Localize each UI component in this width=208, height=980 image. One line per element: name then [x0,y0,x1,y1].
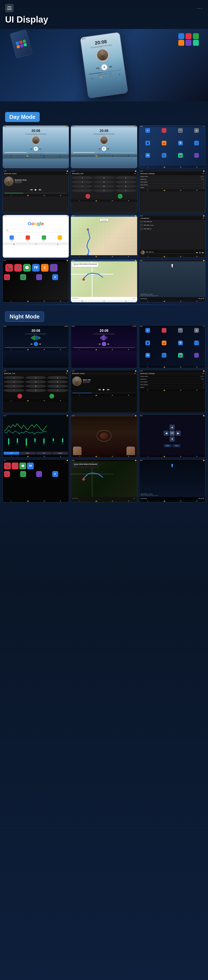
next-button-1[interactable]: ⏭ [39,148,41,150]
music-item-1[interactable]: 华乐_你好.mp3 [139,220,205,223]
dial-7[interactable]: 7 [72,185,93,188]
bookmark-2[interactable]: Maps [20,235,35,241]
dial-star[interactable]: * [72,189,93,192]
arrow-up[interactable]: ▲ [170,425,175,430]
ctrl-back[interactable]: BACK [173,444,180,447]
nav-map-area[interactable]: Sunny Coffee Modern Restaurant GO [71,261,137,297]
night-app-5[interactable]: 📱 [145,340,150,345]
night-end-call[interactable]: 📵 [17,394,22,398]
night-road-map[interactable]: ⬆ 18:18 ETA · 9.0 mi Start on Imogene To… [139,461,205,497]
media-prev[interactable]: ⏮ [199,298,200,299]
app-icon-4[interactable]: ⚙ [194,128,199,133]
settings-row-4[interactable]: Power● [139,186,205,189]
carplay-podcast[interactable]: 🎙 [41,264,49,272]
night-dial-3[interactable]: 3 [47,376,68,379]
night-nav-map[interactable]: Sunny Coffee Modern Restaurant GO [71,461,137,497]
arrow-left[interactable]: ◀ [164,431,169,436]
map-background[interactable]: 🔍 Search [71,217,137,255]
extra-controls[interactable]: MENU BACK [164,444,180,447]
music-controls-2[interactable]: ⏮ ⏸ ⏭ [71,146,137,152]
night-bt-controls[interactable]: ⏮ ▶ ⏭ [71,387,137,392]
settings-row-2[interactable]: Auto answer● [139,181,205,183]
bt-prev[interactable]: ⏮ [30,188,33,191]
eq-control-btns[interactable]: POP ROCK JAZZ CLASSIC [3,451,69,455]
carplay-phone[interactable]: 📞 [5,264,13,272]
bt-play[interactable]: ▶ [35,188,37,191]
dock-facetime[interactable]: 📹 [20,274,26,280]
night-bt-play[interactable]: ▶ [103,388,105,391]
night-dial-9[interactable]: 9 [47,384,68,388]
next-button-2[interactable]: ⏭ [107,148,109,150]
night-dial-4[interactable]: 4 [4,380,24,383]
dial-3[interactable]: 3 [115,176,136,180]
app-icon-5[interactable]: 📱 [145,141,150,145]
answer-call-btn[interactable]: 📞 [118,194,123,199]
night-cp-maps[interactable]: 🗺 [27,463,34,469]
end-call-btn[interactable]: 📵 [85,194,90,199]
arrow-down[interactable]: ▼ [170,437,175,442]
play-button-2[interactable]: ⏸ [102,147,106,151]
night-app-9[interactable]: 🗺 [145,353,150,358]
night-app-11[interactable]: 🎬 [178,353,183,358]
music-item-2[interactable]: 华乐_你好_2.mp3 [139,223,205,227]
dial-0[interactable]: 0 [94,189,114,192]
night-app-12[interactable]: 🎧 [194,353,199,358]
night-app-4[interactable]: ⚙ [194,328,199,333]
app-icon-12[interactable]: 🎧 [194,153,199,158]
night-bt-prev[interactable]: ⏮ [98,388,101,391]
night-dial-5[interactable]: 5 [25,380,46,383]
dial-6[interactable]: 6 [115,180,136,184]
night-cp-msg[interactable]: 💬 [19,463,26,469]
night-dialpad[interactable]: 1 2 3 4 5 6 7 8 9 * 0 # [3,375,69,393]
app-icon-6[interactable]: 🚗 [162,141,166,145]
dial-1[interactable]: 1 [72,176,93,180]
night-answer-call[interactable]: 📞 [49,394,54,398]
eq-btn-1[interactable]: POP [4,452,19,455]
night-dock-settings[interactable]: ⚙ [52,471,58,477]
bookmark-3[interactable]: Drive [36,235,52,241]
carplay-spotify[interactable]: 🎧 [50,264,58,272]
night-app-6[interactable]: 🚗 [162,340,166,345]
night-controls-2[interactable]: ⏮ ⏸ ⏭ [71,341,137,347]
night-play-2[interactable]: ⏸ [102,342,106,346]
food-camera-view[interactable] [71,417,137,455]
local-playback[interactable]: 华乐_你好.rp3 ⏮ ⏸ ⏭ [139,250,205,255]
night-app-8[interactable]: 🔵 [194,340,199,345]
music-item-3[interactable]: 华乐_你好.rp3 [139,227,205,231]
dialpad[interactable]: 1 2 3 4 5 6 7 8 9 * 0 # [71,175,137,193]
night-app-7[interactable]: 📡 [178,340,183,345]
night-dock-phone[interactable]: 📞 [4,471,10,477]
night-dial-1[interactable]: 1 [4,376,24,379]
night-cp-phone[interactable]: 📞 [4,463,11,469]
bt-close-icon[interactable]: ✕ [66,173,68,175]
night-settings-2[interactable]: Auto answer● [139,380,205,383]
dial-8[interactable]: 8 [94,185,114,188]
menu-button[interactable] [5,4,14,12]
play-button-1[interactable]: ⏸ [34,147,38,151]
music-controls-1[interactable]: ⏮ ⏸ ⏭ [3,146,69,152]
night-app-3[interactable]: 📷 [178,328,183,333]
arrow-right[interactable]: ▶ [175,431,181,436]
night-dial-0[interactable]: 0 [25,389,46,392]
app-icon-9[interactable]: 🗺 [145,153,150,158]
night-bt-next[interactable]: ⏭ [107,388,110,391]
night-app-10[interactable]: 📞 [162,353,166,358]
night-media-prev[interactable]: ⏮ [199,498,200,499]
night-dock-music[interactable]: 🎵 [36,471,42,477]
night-dial-star[interactable]: * [4,389,24,392]
eq-btn-4[interactable]: CLASSIC [52,452,68,455]
night-dial-8[interactable]: 8 [25,384,46,388]
night-settings-3[interactable]: Auto connect● [139,383,205,386]
app-icon-10[interactable]: 📞 [162,153,166,158]
call-actions[interactable]: 📵 📞 [71,193,137,199]
arrow-ok[interactable]: OK [170,431,175,436]
dock-music2[interactable]: 🎵 [36,274,42,280]
night-media-next[interactable]: ⏭ [203,498,204,499]
road-nav-map[interactable]: ⬆ 18:18 ETA · 9.0 mi Start on Imogene To… [139,261,205,297]
carplay-maps[interactable]: 🗺 [32,264,40,272]
app-icon-2[interactable]: 🎵 [162,128,166,133]
dial-5[interactable]: 5 [94,180,114,184]
night-play-1[interactable]: ⏸ [34,342,38,346]
night-dial-hash[interactable]: # [47,389,68,392]
dial-hash[interactable]: # [115,189,136,192]
